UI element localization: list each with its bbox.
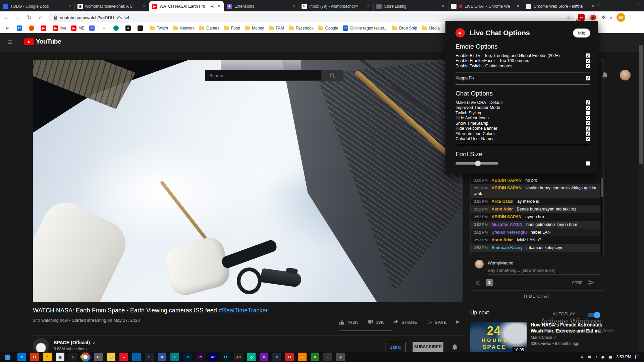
bookmarks-overflow-chevron-icon[interactable]: » [637, 1, 639, 7]
taskbar-app-icon[interactable]: N [311, 353, 319, 361]
bookmark-item[interactable]: ▲ [101, 25, 109, 31]
start-button[interactable] [0, 352, 15, 362]
channel-avatar[interactable] [33, 338, 49, 354]
tab-close-icon[interactable]: ✕ [516, 4, 520, 8]
send-message-icon[interactable] [588, 279, 595, 286]
taskbar-app-icon[interactable]: Ae [209, 353, 217, 361]
taskbar-app-icon[interactable]: O [30, 353, 39, 361]
taskbar-app-icon[interactable]: T [170, 353, 179, 361]
browser-tab[interactable]: ≡ TODO - Google Docs ◄) ✕ [0, 1, 74, 11]
tab-close-icon[interactable]: ✕ [217, 4, 221, 8]
tray-battery-icon[interactable]: ▦ [608, 355, 612, 359]
taskbar-app-icon[interactable]: S [145, 353, 154, 361]
chat-message-input[interactable]: Say something... (slow mode is on) [488, 268, 555, 273]
chat-username[interactable]: ABİDİN SAPAN [491, 178, 521, 183]
chat-message[interactable]: 3:50 PM ABİDİN SAPAN hb bro [471, 177, 601, 184]
hide-chat-button[interactable]: HIDE CHAT [470, 290, 604, 302]
taskbar-app-icon[interactable]: ❒ [107, 353, 115, 361]
video-player[interactable] [33, 60, 463, 302]
chat-message[interactable]: 3:51 PM Arda Ozkal ay merde ıq [471, 198, 601, 205]
browser-tab[interactable]: ⌂ Store Listing ◄) ✕ [373, 1, 448, 11]
tab-close-icon[interactable]: ✕ [366, 4, 371, 8]
tab-close-icon[interactable]: ✕ [441, 4, 445, 8]
bookmark-item[interactable]: M [5, 25, 12, 31]
taskbar-app-icon[interactable]: ● [119, 353, 128, 361]
like-button[interactable]: 442K [339, 319, 358, 325]
tab-close-icon[interactable]: ✕ [142, 4, 147, 8]
save-button[interactable]: SAVE [426, 319, 447, 325]
taskbar-app-icon[interactable]: ♪ [323, 353, 332, 361]
new-tab-button[interactable]: + [572, 1, 582, 10]
chat-username[interactable]: Asrın Adar [491, 238, 513, 242]
page-scrollbar-thumb[interactable] [639, 45, 643, 164]
option-checkbox[interactable] [586, 59, 590, 63]
taskbar-app-icon[interactable]: Lr [221, 353, 230, 361]
chat-message[interactable]: 3:51 PM ABİDİN SAPAN sevdim burayı canım… [471, 184, 601, 198]
super-chat-icon[interactable]: $ [486, 279, 493, 286]
option-checkbox[interactable] [586, 76, 590, 80]
up-next-channel[interactable]: Marie Claire ✓ [531, 335, 557, 340]
taskbar-app-icon[interactable]: ▲ [298, 353, 307, 361]
up-next-video-title[interactable]: How NASA's Female Astronauts Wash Hair, … [531, 322, 603, 334]
search-input[interactable]: Search [205, 70, 326, 81]
bookmark-item[interactable]: ▶ live [53, 25, 66, 31]
option-checkbox[interactable] [586, 53, 590, 58]
taskbar-app-icon[interactable]: ◔ [132, 353, 141, 361]
option-checkbox[interactable] [586, 131, 590, 136]
home-icon[interactable]: ⌂ [36, 12, 46, 22]
browser-tab[interactable]: ◉ wompmacho/live-chat: A C ◄) ✕ [74, 1, 149, 11]
taskbar-app-icon[interactable]: ≡ [43, 353, 52, 361]
taskbar-app-icon[interactable]: $ [68, 353, 77, 361]
subscribed-button[interactable]: SUBSCRIBED [413, 342, 443, 352]
chat-scrollbar-thumb[interactable] [601, 178, 603, 197]
forward-icon[interactable]: → [13, 12, 23, 22]
taskbar-clock[interactable]: 3:53 PM [616, 355, 631, 359]
chat-message[interactable]: 3:52 PM Efekan Nefesoğlu naber LAN [471, 229, 601, 236]
bookmark-item[interactable] [113, 25, 121, 31]
live-chat-extension-icon[interactable]: ▶ [588, 13, 598, 21]
youtube-logo[interactable]: ▶ YouTube [24, 38, 61, 45]
extensions-puzzle-icon[interactable]: ❖ [601, 14, 605, 20]
taskbar-app-icon[interactable]: G [94, 353, 103, 361]
bookmark-overflow-text[interactable]: er... [597, 2, 604, 7]
option-checkbox[interactable] [586, 111, 590, 115]
option-checkbox[interactable] [586, 106, 590, 110]
chat-username[interactable]: ABİDİN SAPAN [491, 215, 521, 219]
emoji-icon[interactable]: ☺ [475, 279, 481, 287]
taskbar-app-icon[interactable]: Ps [183, 353, 192, 361]
tray-display-icon[interactable]: ▤ [587, 355, 591, 359]
tray-volume-icon[interactable]: ♪ [595, 355, 597, 359]
chat-message[interactable]: 3:52 PM Muzaffer AYDIN hani gelmediniz z… [471, 221, 601, 229]
search-button[interactable] [321, 70, 343, 81]
bookmark-item[interactable]: ◆ [125, 25, 133, 31]
chat-message[interactable]: 3:52 PM Asrın Adar Bende buralardayım br… [471, 205, 601, 213]
chat-message[interactable]: 3:53 PM Asrın Adar İyiyiz LAN u? [471, 236, 601, 244]
chat-username[interactable]: Efekan Nefesoğlu [491, 230, 527, 235]
taskbar-app-icon[interactable]: W [158, 353, 166, 361]
tab-close-icon[interactable]: ✕ [67, 4, 72, 8]
bookmark-item[interactable]: Network [173, 26, 195, 31]
channel-bell-icon[interactable] [451, 343, 458, 351]
bookmark-item[interactable]: ▶ [41, 25, 48, 31]
url-text[interactable]: youtube.com/watch?v=DDU-rZs-Ic4 [60, 15, 567, 20]
bookmark-item[interactable] [29, 25, 36, 31]
video-hashtag-link[interactable]: #RealTimeTracker [219, 307, 268, 314]
tray-network-icon[interactable]: ◆ [601, 355, 604, 359]
tab-close-icon[interactable]: ✕ [591, 4, 595, 8]
autoplay-toggle-knob[interactable] [594, 312, 600, 318]
bookmark-item[interactable]: Google [318, 26, 338, 31]
bttv-extension-icon[interactable]: ●● 13 [578, 14, 585, 21]
chat-message[interactable]: 3:52 PM ABİDİN SAPAN aynen bro [471, 213, 601, 221]
bookmark-item[interactable]: Drop Ship [392, 26, 417, 31]
browser-tab[interactable]: M Inbox (79) - wompmacho@ ◄) ✕ [299, 1, 373, 11]
taskbar-app-icon[interactable]: YT [285, 353, 294, 361]
chat-username[interactable]: Muzaffer AYDIN [491, 222, 522, 227]
bookmark-item[interactable]: Food [224, 26, 240, 31]
notifications-bell-icon[interactable] [601, 71, 608, 79]
guide-menu-icon[interactable]: ≡ [8, 38, 12, 46]
autoplay-toggle[interactable] [588, 313, 600, 317]
info-button[interactable]: Info [573, 28, 590, 38]
chat-username[interactable]: Asrın Adar [491, 207, 513, 212]
tab-close-icon[interactable]: ✕ [291, 4, 296, 8]
bookmark-item[interactable]: Twitch [150, 26, 168, 31]
